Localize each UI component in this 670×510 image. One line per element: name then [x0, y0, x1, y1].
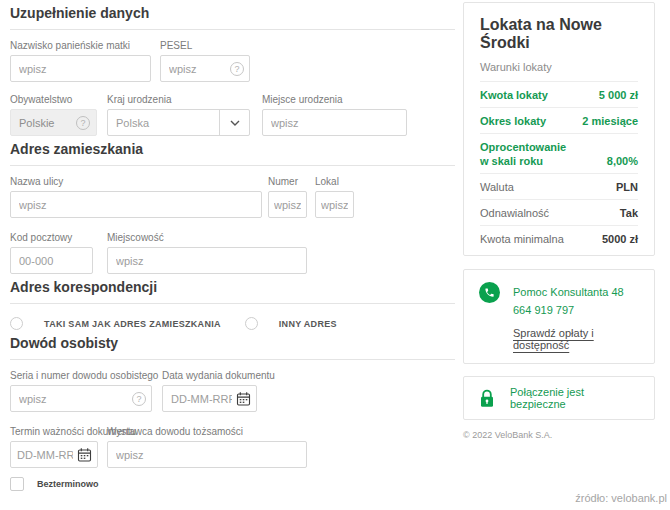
chevron-down-icon — [219, 110, 249, 135]
row-address-2: Kod pocztowy Miejscowość — [10, 232, 455, 274]
row-address-1: Nazwa ulicy Numer Lokal — [10, 176, 455, 218]
row-label: Odnawialność — [480, 206, 549, 220]
row-value: Tak — [620, 206, 638, 220]
help-icon[interactable]: ? — [230, 62, 244, 76]
citizenship-text: Polskie — [19, 117, 54, 129]
correspondence-options: TAKI SAM JAK ADRES ZAMIESZKANIA INNY ADR… — [10, 317, 455, 330]
postal-code-input[interactable] — [10, 247, 93, 274]
city-input[interactable] — [107, 247, 307, 274]
pesel-label: PESEL — [160, 40, 250, 51]
summary-row-minimum: Kwota minimalna 5000 zł — [480, 226, 638, 251]
row-value: 5 000 zł — [599, 88, 638, 102]
calendar-icon[interactable] — [236, 391, 251, 406]
radio-icon[interactable] — [245, 317, 258, 330]
citizenship-label: Obywatelstwo — [10, 94, 97, 105]
row-label: Okres lokaty — [480, 114, 546, 128]
mothers-maiden-name-label: Nazwisko panieńskie matki — [10, 40, 151, 51]
birth-country-value: Polska — [108, 110, 219, 135]
field-issuer: Wystawca dowodu tożsamości — [107, 426, 307, 468]
page: Uzupełnienie danych Nazwisko panieńskie … — [0, 0, 670, 510]
house-number-input[interactable] — [268, 191, 307, 218]
checkbox-icon[interactable] — [10, 477, 24, 491]
issue-date-label: Data wydania dokumentu — [162, 370, 257, 381]
issuer-label: Wystawca dowodu tożsamości — [107, 426, 307, 437]
field-house-number: Numer — [268, 176, 307, 218]
field-expiry-date: Termin ważności dokumentu — [10, 426, 98, 468]
source-attribution: źródło: velobank.pl — [575, 492, 667, 504]
field-city: Miejscowość — [107, 232, 307, 274]
row-value: PLN — [616, 180, 638, 194]
row-id-1: Seria i numer dowodu osobistego ? Data w… — [10, 370, 455, 412]
row-label: Oprocentowanie w skali roku — [480, 140, 575, 168]
calendar-icon[interactable] — [77, 447, 92, 462]
deposit-title: Lokata na Nowe Środki — [480, 16, 638, 52]
radio-other-address-label: INNY ADRES — [279, 319, 337, 329]
lock-icon — [479, 389, 495, 408]
apartment-input[interactable] — [315, 191, 354, 218]
city-label: Miejscowość — [107, 232, 307, 243]
summary-row-period: Okres lokaty 2 miesiące — [480, 108, 638, 134]
secure-connection-card: Połączenie jest bezpieczne — [463, 376, 655, 420]
field-postal-code: Kod pocztowy — [10, 232, 93, 274]
row-label: Kwota minimalna — [480, 232, 564, 246]
postal-code-label: Kod pocztowy — [10, 232, 93, 243]
field-citizenship: Obywatelstwo Polskie ? — [10, 94, 97, 136]
row-personal-2: Obywatelstwo Polskie ? Kraj urodzenia Po… — [10, 94, 455, 136]
field-birth-place: Miejsce urodzenia — [262, 94, 407, 136]
field-pesel: PESEL ? — [160, 40, 250, 82]
sidebar: Lokata na Nowe Środki Warunki lokaty Kwo… — [463, 2, 655, 440]
birth-place-label: Miejsce urodzenia — [262, 94, 407, 105]
deposit-summary-card: Lokata na Nowe Środki Warunki lokaty Kwo… — [463, 2, 655, 256]
help-icon[interactable]: ? — [76, 116, 90, 130]
phone-icon — [479, 282, 500, 303]
section-title-address: Adres zamieszkania — [10, 136, 455, 166]
deposit-subtitle: Warunki lokaty — [480, 61, 638, 82]
issuer-input[interactable] — [107, 441, 307, 468]
field-birth-country: Kraj urodzenia Polska — [107, 94, 250, 136]
radio-other-address[interactable]: INNY ADRES — [245, 317, 337, 330]
row-label: Kwota lokaty — [480, 88, 548, 102]
row-label: Waluta — [480, 180, 514, 194]
house-number-label: Numer — [268, 176, 307, 187]
section-title-personal: Uzupełnienie danych — [10, 0, 455, 30]
form-column: Uzupełnienie danych Nazwisko panieńskie … — [10, 0, 455, 491]
birth-place-input[interactable] — [262, 109, 407, 136]
secure-connection-text: Połączenie jest bezpieczne — [510, 386, 639, 410]
row-value: 5000 zł — [602, 232, 638, 246]
field-street: Nazwa ulicy — [10, 176, 262, 218]
row-id-2: Termin ważności dokumentu — [10, 426, 455, 468]
summary-row-rate: Oprocentowanie w skali roku 8,00% — [480, 134, 638, 174]
citizenship-value: Polskie ? — [10, 109, 97, 136]
fees-availability-link[interactable]: Sprawdź opłaty i dostępność — [513, 327, 639, 351]
birth-country-label: Kraj urodzenia — [107, 94, 250, 105]
consultant-phone-text: Pomoc Konsultanta 48 664 919 797 — [513, 286, 624, 316]
help-icon[interactable]: ? — [132, 392, 146, 406]
summary-row-renewable: Odnawialność Tak — [480, 200, 638, 226]
id-number-label: Seria i numer dowodu osobistego — [10, 370, 152, 381]
no-expiry-label: Bezterminowo — [37, 479, 99, 489]
id-number-input[interactable] — [10, 385, 152, 412]
row-value: 8,00% — [607, 154, 638, 168]
street-label: Nazwa ulicy — [10, 176, 262, 187]
consultant-help-card: Pomoc Konsultanta 48 664 919 797 Sprawdź… — [463, 269, 655, 364]
radio-same-address-label: TAKI SAM JAK ADRES ZAMIESZKANIA — [44, 319, 221, 329]
copyright-text: © 2022 VeloBank S.A. — [463, 430, 655, 440]
expiry-date-label: Termin ważności dokumentu — [10, 426, 98, 437]
birth-country-select[interactable]: Polska — [107, 109, 250, 136]
row-personal-1: Nazwisko panieńskie matki PESEL ? — [10, 40, 455, 82]
no-expiry-option[interactable]: Bezterminowo — [10, 477, 455, 491]
field-apartment: Lokal — [315, 176, 354, 218]
mothers-maiden-name-input[interactable] — [10, 55, 151, 82]
apartment-label: Lokal — [315, 176, 354, 187]
row-value: 2 miesiące — [582, 114, 638, 128]
field-mothers-maiden-name: Nazwisko panieńskie matki — [10, 40, 151, 82]
summary-row-amount: Kwota lokaty 5 000 zł — [480, 82, 638, 108]
field-issue-date: Data wydania dokumentu — [162, 370, 257, 412]
radio-icon[interactable] — [10, 317, 23, 330]
section-title-id-card: Dowód osobisty — [10, 330, 455, 360]
field-id-number: Seria i numer dowodu osobistego ? — [10, 370, 152, 412]
radio-same-address[interactable]: TAKI SAM JAK ADRES ZAMIESZKANIA — [10, 317, 221, 330]
section-title-correspondence: Adres korespondencji — [10, 274, 455, 304]
summary-row-currency: Waluta PLN — [480, 174, 638, 200]
street-input[interactable] — [10, 191, 262, 218]
